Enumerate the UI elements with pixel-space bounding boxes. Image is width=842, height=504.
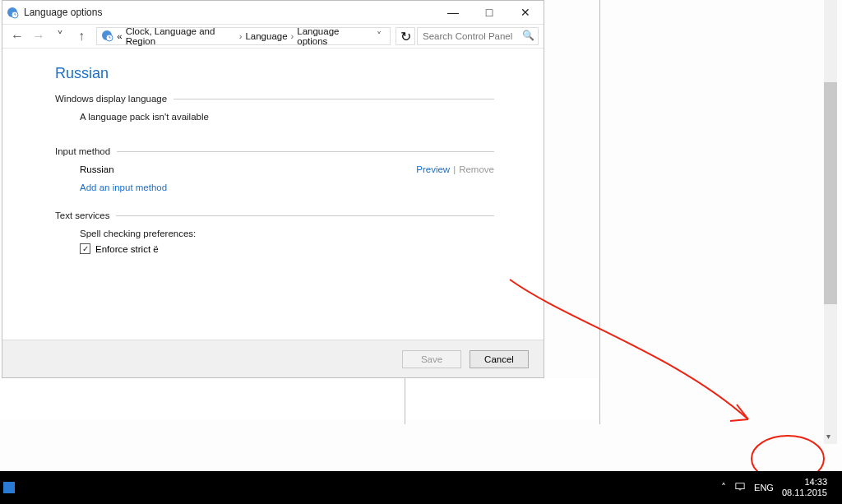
close-button[interactable]: ✕ <box>507 1 544 24</box>
address-dropdown-button[interactable]: ˅ <box>372 30 386 42</box>
search-input[interactable] <box>417 27 539 45</box>
taskbar-app-icon[interactable] <box>3 482 15 493</box>
preview-link[interactable]: Preview <box>416 164 450 174</box>
separator: | <box>453 164 456 174</box>
breadcrumb-item[interactable]: Language <box>245 31 287 41</box>
section-input-method: Input method <box>55 146 494 156</box>
search-wrap: 🔍 <box>417 27 539 45</box>
taskbar[interactable]: ˄ ENG 14:33 08.11.2015 <box>0 471 842 504</box>
minimize-button[interactable]: — <box>435 1 471 24</box>
enforce-strict-row[interactable]: ✓ Enforce strict ё <box>80 243 494 254</box>
remove-link: Remove <box>459 164 494 174</box>
spell-checking-label: Spell checking preferences: <box>80 229 494 238</box>
tray-time: 14:33 <box>782 477 827 488</box>
breadcrumb[interactable]: « Clock, Language and Region › Language … <box>96 27 391 45</box>
section-text-services: Text services <box>55 210 494 220</box>
footer: Save Cancel <box>2 340 544 377</box>
titlebar[interactable]: Language options — □ ✕ <box>2 1 544 24</box>
section-header-label: Windows display language <box>55 94 167 104</box>
globe-clock-icon <box>100 29 113 44</box>
language-options-window: Language options — □ ✕ ← → ˅ ↑ « Clock, … <box>2 0 544 378</box>
section-header-label: Text services <box>55 210 109 220</box>
tray-chevron-up-icon[interactable]: ˄ <box>721 482 726 493</box>
divider <box>405 378 405 424</box>
divider <box>599 0 600 424</box>
save-button: Save <box>402 350 461 368</box>
checkbox-label: Enforce strict ё <box>95 244 159 254</box>
globe-clock-icon <box>6 6 19 19</box>
display-language-message: A language pack isn't available <box>80 112 494 122</box>
tray-language-indicator[interactable]: ENG <box>754 483 774 492</box>
section-header-label: Input method <box>55 146 110 156</box>
tray-clock[interactable]: 14:33 08.11.2015 <box>782 477 827 498</box>
scroll-thumb[interactable] <box>824 82 837 304</box>
cancel-button[interactable]: Cancel <box>470 350 529 368</box>
window-title: Language options <box>24 7 435 18</box>
back-button[interactable]: ← <box>7 26 27 46</box>
tray-action-center-icon[interactable] <box>734 482 746 494</box>
section-display-language: Windows display language <box>55 94 494 104</box>
input-method-row: Russian Preview | Remove <box>80 164 494 174</box>
content-area: Russian Windows display language A langu… <box>2 49 544 340</box>
add-input-method-link[interactable]: Add an input method <box>80 183 167 192</box>
search-icon: 🔍 <box>522 30 534 41</box>
breadcrumb-item[interactable]: Clock, Language and Region <box>126 26 236 46</box>
toolbar: ← → ˅ ↑ « Clock, Language and Region › L… <box>2 24 544 49</box>
scroll-down-icon[interactable]: ▾ <box>826 432 830 441</box>
language-title: Russian <box>55 65 494 82</box>
input-method-name: Russian <box>80 164 416 174</box>
background-panel <box>0 378 600 419</box>
page-scrollbar[interactable]: ▾ <box>824 0 837 444</box>
up-button[interactable]: ↑ <box>72 26 91 46</box>
breadcrumb-prefix-icon: « <box>117 31 122 41</box>
recent-locations-button[interactable]: ˅ <box>50 26 70 46</box>
breadcrumb-item[interactable]: Language options <box>297 26 365 46</box>
svg-rect-6 <box>736 483 744 488</box>
svg-rect-5 <box>3 482 15 493</box>
forward-button[interactable]: → <box>29 26 49 46</box>
checkbox-checked-icon[interactable]: ✓ <box>80 243 90 254</box>
chevron-right-icon: › <box>239 31 243 41</box>
chevron-right-icon: › <box>291 31 294 41</box>
refresh-button[interactable]: ↻ <box>396 27 415 45</box>
maximize-button[interactable]: □ <box>471 1 507 24</box>
tray-date: 08.11.2015 <box>782 488 827 498</box>
